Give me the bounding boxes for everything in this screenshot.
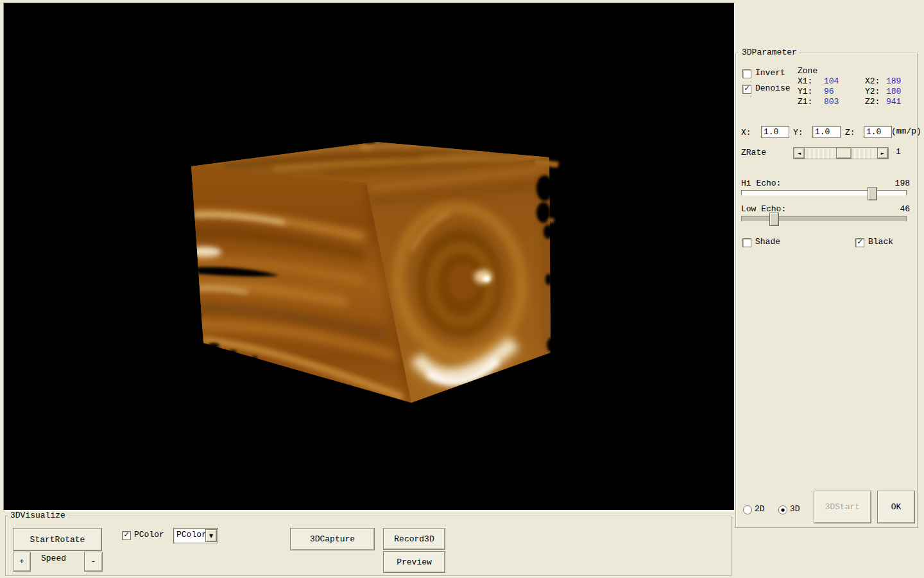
low-echo-slider-thumb[interactable] (769, 213, 779, 226)
y-scale-input[interactable] (812, 126, 841, 138)
zone-y2-value: 180 (886, 87, 901, 96)
zone-z2-label: Z2: (865, 97, 880, 107)
visualize-group-title: 3DVisualize (8, 511, 68, 520)
start-3d-button-label: 3DStart (825, 502, 860, 512)
shade-label: Shade (755, 237, 780, 247)
preview-button-label: Preview (397, 557, 432, 567)
mode-3d-radio[interactable]: ● (778, 505, 787, 514)
left-arrow-icon: ◄ (798, 151, 801, 156)
parameter-group-title: 3DParameter (739, 48, 800, 57)
y-scale-label: Y: (793, 128, 803, 137)
chevron-down-icon[interactable]: ▼ (205, 529, 217, 542)
speed-minus-button[interactable]: - (84, 552, 103, 572)
zone-x2-label: X2: (865, 76, 880, 86)
x-scale-label: X: (741, 128, 751, 137)
volume-viewport[interactable] (3, 3, 735, 511)
zrate-label: ZRate (741, 148, 766, 157)
capture-3d-button-label: 3DCapture (310, 534, 355, 544)
speed-plus-button[interactable]: + (13, 552, 31, 572)
zone-y2-label: Y2: (865, 87, 880, 96)
ok-button[interactable]: OK (877, 491, 915, 523)
hi-echo-slider-track[interactable] (741, 190, 907, 196)
zrate-scrollbar-thumb[interactable] (836, 148, 851, 159)
zone-title: Zone (798, 66, 817, 76)
shade-checkbox[interactable] (742, 238, 751, 247)
scale-unit-label: (mm/p) (891, 127, 921, 136)
record-3d-button[interactable]: Record3D (383, 528, 445, 550)
mode-2d-label: 2D (755, 504, 765, 514)
speed-label: Speed (41, 554, 66, 563)
start-rotate-button-label: StartRotate (30, 535, 85, 545)
right-arrow-icon: ► (881, 151, 884, 156)
zone-z2-value: 941 (886, 97, 901, 107)
invert-checkbox[interactable] (742, 69, 751, 78)
black-label: Black (868, 237, 893, 247)
ok-button-label: OK (891, 502, 902, 512)
black-checkbox[interactable]: ✓ (855, 238, 864, 247)
mode-2d-radio[interactable] (743, 505, 752, 514)
radio-dot-icon: ● (781, 508, 785, 512)
zone-x2-value: 189 (886, 76, 901, 86)
zone-y1-label: Y1: (798, 87, 812, 96)
zone-z1-value: 803 (824, 97, 839, 107)
hi-echo-slider-thumb[interactable] (868, 187, 877, 200)
denoise-checkbox[interactable]: ✓ (742, 85, 751, 94)
zone-x1-label: X1: (798, 76, 812, 86)
capture-3d-button[interactable]: 3DCapture (290, 528, 375, 550)
low-echo-slider-track[interactable] (741, 216, 907, 222)
pcolor-checkbox[interactable]: ✓ (122, 531, 131, 540)
hi-echo-value: 198 (892, 179, 910, 188)
preview-button[interactable]: Preview (383, 551, 445, 573)
z-scale-label: Z: (845, 128, 855, 137)
hi-echo-label: Hi Echo: (741, 179, 781, 188)
check-icon: ✓ (744, 85, 749, 92)
low-echo-label: Low Echo: (741, 204, 786, 214)
scroll-left-arrow-icon[interactable]: ◄ (794, 148, 805, 159)
parameter-groupbox (735, 53, 918, 528)
low-echo-value: 46 (892, 204, 910, 214)
minus-icon: - (91, 557, 96, 566)
down-arrow-icon: ▼ (209, 533, 213, 539)
pcolor-label: PColor (134, 530, 164, 539)
check-icon: ✓ (857, 239, 862, 245)
pcolor-dropdown[interactable]: PColor ▼ (173, 528, 218, 543)
zone-x1-value: 104 (824, 76, 839, 86)
mode-3d-label: 3D (790, 504, 800, 514)
denoise-label: Denoise (755, 83, 791, 93)
z-scale-input[interactable] (864, 126, 892, 138)
start-rotate-button[interactable]: StartRotate (13, 528, 102, 551)
zrate-value: 1 (896, 147, 901, 157)
record-3d-button-label: Record3D (394, 534, 434, 544)
check-icon: ✓ (123, 532, 129, 538)
pcolor-dropdown-value: PColor (176, 530, 207, 539)
scroll-right-arrow-icon[interactable]: ► (877, 148, 888, 159)
volume-render[interactable] (4, 3, 734, 510)
zone-z1-label: Z1: (798, 97, 812, 107)
x-scale-input[interactable] (761, 126, 789, 138)
plus-icon: + (19, 557, 24, 566)
application-window: 3DParameter Invert ✓ Denoise Zone X1: 10… (0, 0, 924, 578)
zone-y1-value: 96 (824, 87, 834, 96)
zrate-scrollbar[interactable]: ◄ ► (793, 147, 889, 159)
start-3d-button[interactable]: 3DStart (814, 491, 871, 523)
invert-label: Invert (755, 68, 785, 78)
